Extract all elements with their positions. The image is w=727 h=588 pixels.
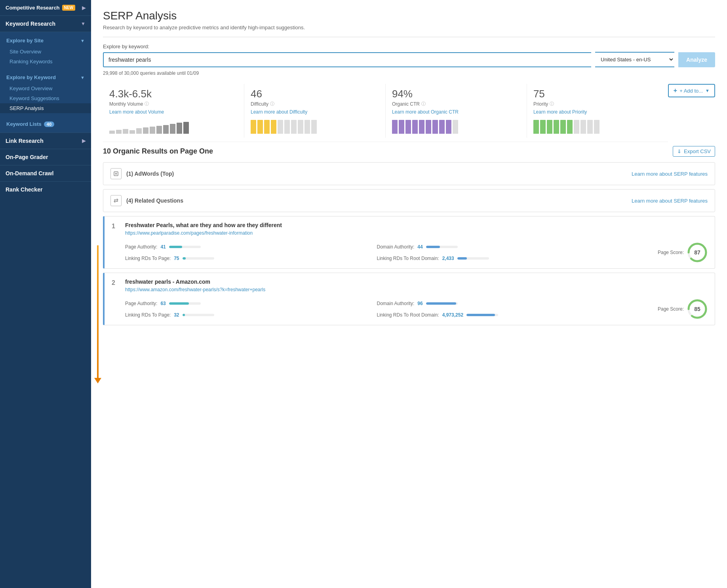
ctr-learn-more[interactable]: Learn more about Organic CTR (392, 109, 459, 115)
page-authority-item: Page Authority: 41 (125, 244, 369, 250)
ctr-info-icon: ⓘ (421, 101, 426, 107)
download-icon: ⇓ (677, 148, 681, 154)
page-score-container: Page Score: 87 (628, 242, 708, 263)
volume-value: 4.3k-6.5k (109, 88, 238, 100)
country-select[interactable]: United States - en-US (595, 52, 674, 67)
result-url[interactable]: https://www.amazon.com/freshwater-pearls… (125, 287, 265, 292)
sidebar-item-serp-analysis[interactable]: SERP Analysis (0, 103, 91, 113)
priority-info-icon: ⓘ (550, 101, 554, 107)
da-bar-container (426, 302, 458, 305)
ctr-value: 94% (392, 88, 520, 100)
domain-authority-item: Domain Authority: 44 (377, 244, 621, 250)
timeline-line (97, 245, 99, 380)
new-badge: NEW (62, 5, 75, 11)
plus-icon: + (674, 87, 677, 94)
result-info: freshwater pearls - Amazon.com https://w… (125, 279, 708, 292)
sidebar-item-on-demand-crawl[interactable]: On-Demand Crawl (0, 165, 91, 181)
linking-rds-page-item: Linking RDs To Page: 75 (125, 256, 369, 261)
analyze-button[interactable]: Analyze (678, 52, 715, 67)
keyword-lists-count: 40 (44, 121, 54, 127)
organic-results-list: 1 Freshwater Pearls, what are they and h… (103, 216, 715, 325)
ctr-metric: 94% Organic CTR ⓘ Learn more about Organ… (386, 84, 527, 138)
domain-authority-value: 96 (417, 301, 422, 306)
volume-learn-more[interactable]: Learn more about Volume (109, 109, 164, 115)
keyword-lists-section: Keyword Lists 40 (0, 116, 91, 133)
linking-rds-page-item: Linking RDs To Page: 32 (125, 312, 369, 318)
difficulty-label: Difficulty (251, 101, 268, 107)
linking-rds-page-value: 32 (174, 312, 179, 318)
organic-result-card: 1 Freshwater Pearls, what are they and h… (103, 216, 715, 269)
lrp-bar-container (183, 314, 214, 316)
sidebar-item-keyword-overview[interactable]: Keyword Overview (0, 83, 91, 93)
timeline-arrow (94, 378, 101, 383)
related-questions-learn-more[interactable]: Learn more about SERP features (632, 198, 708, 204)
adwords-learn-more[interactable]: Learn more about SERP features (632, 171, 708, 177)
volume-info-icon: ⓘ (145, 101, 149, 107)
domain-authority-value: 44 (417, 244, 422, 250)
linking-rds-domain-label: Linking RDs To Root Domain: (377, 256, 439, 261)
domain-authority-label: Domain Authority: (377, 244, 415, 250)
sidebar-item-link-research[interactable]: Link Research ▶ (0, 133, 91, 149)
difficulty-learn-more[interactable]: Learn more about Difficulty (251, 109, 307, 115)
sidebar-item-explore-by-site[interactable]: Explore by Site ▼ (0, 34, 91, 47)
page-score-label: Page Score: (658, 306, 684, 312)
page-authority-label: Page Authority: (125, 244, 157, 250)
sidebar-item-keyword-lists[interactable]: Keyword Lists 40 (0, 118, 91, 130)
keyword-research-label: Keyword Research (6, 21, 55, 27)
linking-rds-page-label: Linking RDs To Page: (125, 312, 171, 318)
section-title: 10 Organic Results on Page One (103, 147, 213, 156)
sidebar-item-ranking-keywords[interactable]: Ranking Keywords (0, 57, 91, 66)
chevron-right-icon: ▶ (82, 5, 86, 11)
result-metrics: Page Authority: 63 Domain Authority: 96 … (105, 295, 715, 325)
result-info: Freshwater Pearls, what are they and how… (125, 222, 708, 236)
result-title: Freshwater Pearls, what are they and how… (125, 222, 708, 228)
metrics-row: 4.3k-6.5k Monthly Volume ⓘ Learn more ab… (103, 84, 668, 142)
chevron-down-icon: ▼ (80, 38, 85, 43)
keyword-search-input[interactable] (103, 52, 591, 67)
lrp-bar-container (183, 257, 214, 260)
sidebar-item-keyword-suggestions[interactable]: Keyword Suggestions (0, 93, 91, 103)
chevron-down-icon: ▼ (705, 88, 710, 93)
page-score-circle: 87 (687, 242, 708, 263)
page-authority-value: 41 (160, 244, 166, 250)
chevron-down-icon: ▼ (81, 21, 86, 27)
priority-learn-more[interactable]: Learn more about Priority (533, 109, 587, 115)
volume-label: Monthly Volume (109, 101, 143, 107)
priority-chart (533, 118, 662, 134)
linking-rds-domain-item: Linking RDs To Root Domain: 4,973,252 (377, 312, 621, 318)
linking-rds-page-label: Linking RDs To Page: (125, 256, 171, 261)
linking-rds-domain-value: 2,433 (442, 256, 454, 261)
da-bar-container (426, 246, 458, 248)
chevron-right-icon: ▶ (82, 138, 86, 144)
page-authority-item: Page Authority: 63 (125, 301, 369, 306)
priority-label: Priority (533, 101, 548, 107)
adwords-feature-name: (1) AdWords (Top) (126, 171, 174, 177)
sidebar-item-competitive[interactable]: Competitive Research NEW ▶ (0, 0, 91, 16)
difficulty-metric: 46 Difficulty ⓘ Learn more about Difficu… (244, 84, 386, 138)
sidebar-item-on-page-grader[interactable]: On-Page Grader (0, 149, 91, 165)
sidebar-item-rank-checker[interactable]: Rank Checker (0, 181, 91, 197)
adwords-feature-row: (1) AdWords (Top) Learn more about SERP … (103, 162, 715, 185)
organic-result-card: 2 freshwater pearls - Amazon.com https:/… (103, 273, 715, 325)
queries-text: 29,998 of 30,000 queries available until… (103, 70, 715, 76)
result-url[interactable]: https://www.pearlparadise.com/pages/fres… (125, 230, 253, 236)
result-title: freshwater pearls - Amazon.com (125, 279, 708, 285)
related-questions-feature-row: (4) Related Questions Learn more about S… (103, 189, 715, 212)
ctr-chart (392, 118, 520, 134)
linking-rds-domain-item: Linking RDs To Root Domain: 2,433 (377, 256, 621, 261)
main-content: SERP Analysis Research by keyword to ana… (91, 0, 727, 588)
add-to-button[interactable]: + + Add to... ▼ (668, 84, 715, 97)
related-questions-feature-name: (4) Related Questions (126, 197, 183, 204)
export-csv-button[interactable]: ⇓ Export CSV (673, 146, 715, 157)
ctr-label: Organic CTR (392, 101, 420, 107)
sidebar-item-site-overview[interactable]: Site Overview (0, 47, 91, 57)
result-number: 1 (112, 223, 120, 230)
sidebar-item-explore-by-keyword[interactable]: Explore by Keyword ▼ (0, 71, 91, 83)
difficulty-info-icon: ⓘ (270, 101, 274, 107)
result-metrics: Page Authority: 41 Domain Authority: 44 … (105, 238, 715, 268)
sidebar-item-keyword-research[interactable]: Keyword Research ▼ (0, 16, 91, 32)
page-authority-label: Page Authority: (125, 301, 157, 306)
volume-chart (109, 118, 238, 134)
linking-rds-domain-label: Linking RDs To Root Domain: (377, 312, 439, 318)
sidebar: Competitive Research NEW ▶ Keyword Resea… (0, 0, 91, 588)
